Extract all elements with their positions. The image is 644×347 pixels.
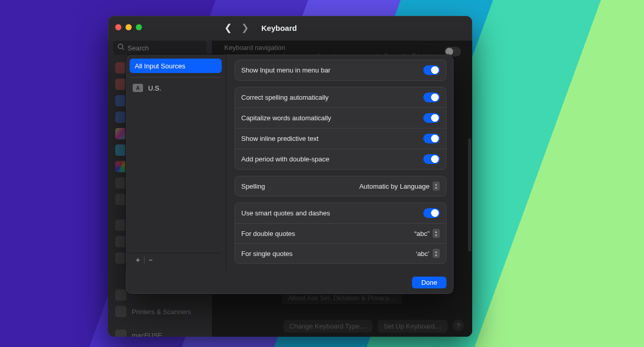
divider — [131, 77, 221, 78]
chevron-updown-icon: ▴▾ — [433, 181, 440, 191]
sidebar-icon — [115, 220, 127, 231]
sidebar-icon — [115, 79, 127, 90]
sheet-sidebar-footer: ＋ － — [130, 253, 222, 266]
sidebar-icon — [115, 62, 127, 74]
svg-line-1 — [122, 48, 124, 50]
sidebar-icon — [115, 289, 127, 301]
row-spelling: Spelling Automatic by Language ▴▾ — [235, 176, 446, 196]
zoom-icon[interactable] — [136, 24, 142, 30]
row-label: Add period with double-space — [241, 155, 329, 163]
sidebar-icon — [115, 112, 127, 123]
popup-value: Automatic by Language — [359, 182, 430, 190]
group-spelling: Spelling Automatic by Language ▴▾ — [235, 176, 446, 196]
page-title: Keyboard — [261, 24, 297, 32]
sidebar-icon — [115, 128, 127, 139]
row-smart-quotes: Use smart quotes and dashes — [235, 203, 446, 223]
sidebar-icon — [115, 144, 127, 156]
search-input[interactable] — [128, 44, 214, 52]
row-predictive: Show inline predictive text — [235, 128, 446, 149]
svg-point-0 — [118, 44, 123, 49]
sidebar-item-macfuse[interactable]: macFUSE — [112, 327, 208, 337]
input-sources-sheet: All Input Sources A U.S. ＋ － Show Input … — [126, 54, 454, 294]
double-quotes-popup[interactable]: “abc” ▴▾ — [414, 229, 440, 238]
back-icon[interactable]: ❮ — [224, 23, 232, 32]
sidebar-icon — [115, 177, 127, 189]
sidebar-icon — [115, 236, 127, 247]
row-correct-spelling: Correct spelling automatically — [235, 87, 446, 107]
close-icon[interactable] — [115, 24, 121, 30]
sidebar-item-label: macFUSE — [132, 332, 162, 337]
period-double-space-toggle[interactable] — [423, 154, 440, 164]
chevron-updown-icon: ▴▾ — [433, 229, 440, 238]
single-quotes-popup[interactable]: ‘abc’ ▴▾ — [416, 249, 440, 258]
show-input-menu-toggle[interactable] — [423, 65, 440, 75]
keyboard-layout-icon: A — [133, 84, 143, 92]
row-show-input-menu: Show Input menu in menu bar — [235, 60, 446, 80]
row-label: For single quotes — [241, 250, 293, 258]
spelling-popup[interactable]: Automatic by Language ▴▾ — [359, 181, 440, 191]
row-label: Capitalize words automatically — [241, 114, 331, 122]
sheet-content: Show Input menu in menu bar Correct spel… — [226, 54, 454, 270]
smart-quotes-toggle[interactable] — [423, 208, 440, 218]
nav: ❮ ❯ Keyboard — [224, 23, 297, 32]
search-field[interactable] — [113, 41, 207, 55]
minimize-icon[interactable] — [126, 24, 132, 30]
done-button[interactable]: Done — [412, 277, 446, 288]
row-label: Correct spelling automatically — [241, 94, 329, 101]
row-capitalize: Capitalize words automatically — [235, 107, 446, 128]
row-label: Spelling — [241, 182, 265, 190]
extension-icon — [115, 330, 127, 337]
forward-icon: ❯ — [241, 23, 249, 32]
traffic-lights — [115, 24, 142, 30]
group-quotes: Use smart quotes and dashes For double q… — [235, 203, 446, 264]
sidebar-item-printers[interactable]: Printers & Scanners — [112, 304, 208, 319]
input-source-label: U.S. — [148, 84, 161, 92]
row-label: Show inline predictive text — [241, 135, 318, 142]
input-source-us[interactable]: A U.S. — [130, 82, 222, 94]
all-input-sources[interactable]: All Input Sources — [130, 59, 222, 73]
popup-value: ‘abc’ — [416, 250, 430, 258]
group-typing: Correct spelling automatically Capitaliz… — [235, 87, 446, 170]
search-icon — [117, 43, 124, 52]
group-input-menu: Show Input menu in menu bar — [235, 60, 446, 81]
row-double-quotes: For double quotes “abc” ▴▾ — [235, 223, 446, 243]
capitalize-toggle[interactable] — [423, 113, 440, 123]
sheet-sidebar: All Input Sources A U.S. ＋ － — [126, 54, 226, 270]
sidebar-icon — [115, 161, 127, 172]
popup-value: “abc” — [414, 230, 430, 238]
chevron-updown-icon: ▴▾ — [433, 249, 440, 258]
sidebar-icon — [115, 194, 127, 205]
sidebar-icon — [115, 252, 127, 264]
sheet-footer: Done — [126, 270, 454, 294]
printer-icon — [115, 306, 127, 317]
sidebar-icon — [115, 95, 127, 106]
correct-spelling-toggle[interactable] — [423, 93, 440, 102]
add-source-button[interactable]: ＋ — [132, 255, 144, 265]
predictive-text-toggle[interactable] — [423, 134, 440, 143]
row-single-quotes: For single quotes ‘abc’ ▴▾ — [235, 243, 446, 263]
row-label: Use smart quotes and dashes — [241, 209, 330, 217]
titlebar: ❮ ❯ Keyboard — [108, 16, 472, 41]
sidebar-item-label: Printers & Scanners — [132, 308, 191, 316]
row-period: Add period with double-space — [235, 149, 446, 169]
row-label: Show Input menu in menu bar — [241, 66, 330, 74]
row-label: For double quotes — [241, 230, 295, 238]
remove-source-button[interactable]: － — [145, 255, 157, 265]
